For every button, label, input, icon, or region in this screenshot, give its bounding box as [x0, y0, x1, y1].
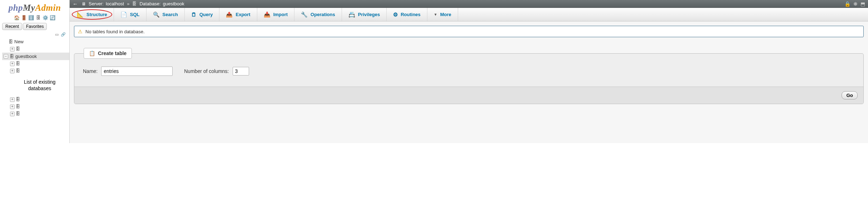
- sidebar: phpMyAdmin 🏠 🚪 ℹ️ 🗄 ⚙️ 🔄 Recent Favorite…: [0, 0, 70, 143]
- tree-db-guestbook[interactable]: − 🗄 guestbook: [2, 53, 69, 60]
- sql-icon: 📄: [120, 11, 127, 18]
- bar-actions: 🔒 ❋ ⬒: [844, 1, 865, 7]
- notice-no-tables: ⚠ No tables found in database.: [74, 26, 864, 37]
- tab-label: SQL: [130, 12, 140, 17]
- tab-label: Import: [273, 12, 288, 17]
- main: ← 🖥 Server: localhost » 🗄 Database: gues…: [70, 0, 868, 143]
- tree-tools: ▭ 🔗: [0, 31, 69, 38]
- tab-structure[interactable]: 📐 Structure: [70, 8, 114, 21]
- tab-search[interactable]: 🔍 Search: [147, 8, 185, 21]
- create-table-form: Name: Number of columns:: [81, 59, 856, 82]
- db-tree: 🗄 New + 🗄 − 🗄 guestbook +🗄 +🗄 List of ex…: [0, 38, 69, 117]
- tabs: 📐 Structure 📄 SQL 🔍 Search 🗒 Query 📤 Exp…: [70, 8, 868, 21]
- tab-label: More: [440, 12, 451, 17]
- tab-routines[interactable]: ⚙ Routines: [387, 8, 427, 21]
- db-icon: 🗄: [16, 68, 20, 73]
- logo[interactable]: phpMyAdmin: [0, 2, 69, 13]
- expand-icon[interactable]: +: [10, 69, 15, 73]
- settings-icon[interactable]: ⚙️: [43, 15, 48, 20]
- create-table-legend: 📋 Create table: [84, 48, 132, 59]
- breadcrumb: ← 🖥 Server: localhost » 🗄 Database: gues…: [70, 0, 868, 8]
- collapse-all-icon[interactable]: ▭: [55, 32, 59, 37]
- expand-icon[interactable]: +: [10, 104, 15, 109]
- gear-icon[interactable]: ❋: [853, 1, 858, 7]
- search-icon: 🔍: [153, 11, 160, 18]
- collapse-icon[interactable]: −: [4, 54, 8, 59]
- routines-icon: ⚙: [393, 11, 398, 18]
- recent-button[interactable]: Recent: [2, 23, 22, 30]
- tab-sql[interactable]: 📄 SQL: [114, 8, 147, 21]
- chevron-down-icon: ▼: [434, 13, 437, 16]
- logout-icon[interactable]: 🚪: [21, 15, 27, 20]
- database-icon: 🗄: [132, 1, 137, 6]
- create-table-panel: 📋 Create table Name: Number of columns: …: [74, 48, 864, 104]
- query-icon: 🗒: [191, 11, 197, 18]
- expand-icon[interactable]: +: [10, 47, 15, 52]
- db-icon: 🗄: [16, 61, 20, 66]
- name-label: Name:: [83, 68, 98, 74]
- tab-label: Structure: [86, 12, 107, 17]
- tab-more[interactable]: ▼ More: [427, 8, 458, 21]
- db-icon: 🗄: [16, 97, 20, 102]
- go-button[interactable]: Go: [842, 91, 858, 99]
- db-icon: 🗄: [16, 111, 20, 116]
- tab-label: Privileges: [358, 12, 380, 17]
- tree-note: List of existing databases: [10, 74, 69, 96]
- logo-part-admin: Admin: [35, 3, 61, 13]
- logo-part-my: My: [23, 3, 35, 13]
- content: ⚠ No tables found in database. 📋 Create …: [70, 21, 868, 108]
- link-icon[interactable]: 🔗: [61, 32, 66, 37]
- tab-export[interactable]: 📤 Export: [219, 8, 257, 21]
- table-add-icon: 📋: [89, 50, 95, 56]
- lock-icon[interactable]: 🔒: [844, 1, 850, 7]
- reload-icon[interactable]: 🔄: [50, 15, 55, 20]
- columns-input[interactable]: [233, 67, 249, 75]
- tab-label: Search: [163, 12, 178, 17]
- bc-db-label: Database:: [139, 1, 160, 6]
- tab-label: Routines: [401, 12, 421, 17]
- cols-label: Number of columns:: [184, 68, 229, 74]
- privileges-icon: 📇: [348, 11, 355, 18]
- home-icon[interactable]: 🏠: [14, 15, 20, 20]
- tree-children: +🗄 +🗄 List of existing databases +🗄 +🗄 +…: [2, 60, 69, 117]
- expand-icon[interactable]: +: [10, 112, 15, 116]
- expand-icon[interactable]: +: [10, 97, 15, 102]
- tab-privileges[interactable]: 📇 Privileges: [342, 8, 387, 21]
- tree-group: + 🗄: [2, 45, 69, 53]
- tab-label: Export: [235, 12, 250, 17]
- bc-separator: »: [127, 1, 129, 6]
- tab-import[interactable]: 📥 Import: [257, 8, 294, 21]
- tab-operations[interactable]: 🔧 Operations: [294, 8, 342, 21]
- quick-icons: 🏠 🚪 ℹ️ 🗄 ⚙️ 🔄: [0, 13, 69, 22]
- legend-text: Create table: [98, 50, 127, 56]
- bc-server-label: Server:: [89, 1, 104, 6]
- tree-db-label: guestbook: [15, 54, 37, 59]
- notice-text: No tables found in database.: [85, 29, 145, 34]
- operations-icon: 🔧: [301, 11, 308, 18]
- expand-icon[interactable]: +: [10, 62, 15, 66]
- db-icon: 🗄: [16, 104, 20, 109]
- tab-query[interactable]: 🗒 Query: [185, 8, 220, 21]
- back-icon[interactable]: ←: [73, 1, 78, 7]
- favorites-button[interactable]: Favorites: [23, 23, 47, 30]
- overlay-icon[interactable]: ⬒: [860, 1, 865, 7]
- bc-server-value[interactable]: localhost: [106, 1, 124, 6]
- tree-new-label: New: [14, 39, 24, 44]
- tab-label: Operations: [311, 12, 335, 17]
- export-icon: 📤: [226, 11, 233, 18]
- table-name-input[interactable]: [101, 67, 173, 76]
- new-db-icon: 🗄: [9, 39, 13, 44]
- sql-icon[interactable]: 🗄: [35, 15, 41, 20]
- sidebar-buttons: Recent Favorites: [0, 22, 69, 31]
- logo-part-php: php: [9, 3, 23, 13]
- structure-icon: 📐: [77, 11, 84, 18]
- tree-new[interactable]: 🗄 New: [2, 38, 69, 45]
- db-icon: 🗄: [16, 47, 20, 52]
- bc-db-value[interactable]: guestbook: [163, 1, 184, 6]
- server-icon: 🖥: [81, 1, 86, 6]
- db-icon: 🗄: [10, 54, 14, 59]
- warning-icon: ⚠: [78, 29, 83, 34]
- docs-icon[interactable]: ℹ️: [28, 15, 34, 20]
- import-icon: 📥: [264, 11, 271, 18]
- go-bar: Go: [74, 87, 863, 104]
